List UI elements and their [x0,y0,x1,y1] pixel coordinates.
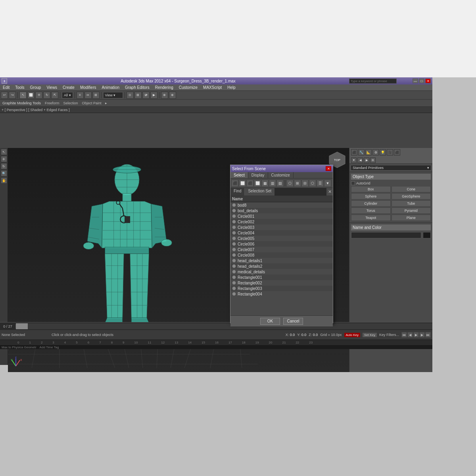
panel-btn4[interactable]: ⚙ [372,149,379,155]
lt-select[interactable]: ↖ [1,149,7,155]
search-clear-btn[interactable]: ✕ [326,188,333,196]
list-item[interactable]: Circle002 [230,219,333,225]
list-item[interactable]: medical_details [230,269,333,274]
obj-pyramid[interactable]: Pyramid [392,207,431,214]
panel-btn5[interactable]: 💡 [380,149,386,155]
list-item[interactable]: Circle001 [230,213,333,219]
list-item[interactable]: bod8 [230,202,333,208]
list-item[interactable]: Circle004 [230,230,333,236]
dialog-tab-customize[interactable]: Customize [268,172,294,178]
autokey-btn[interactable]: Auto Key [344,333,360,337]
list-item[interactable]: bod_details [230,208,333,213]
menu-modifiers[interactable]: Modifiers [79,85,98,90]
dialog-tab-display[interactable]: Display [248,172,268,178]
dt-btn13[interactable]: ▼ [324,180,331,187]
menu-customize[interactable]: Customize [178,85,199,90]
list-item[interactable]: Circle008 [230,252,333,258]
panel-btn10[interactable]: ▶ [364,157,369,163]
dt-btn9[interactable]: ⊞ [294,180,301,187]
dt-btn6[interactable]: ▥ [269,180,276,187]
list-item[interactable]: Rectangle003 [230,286,333,291]
dt-btn7[interactable]: ▤ [276,180,284,187]
dt-btn11[interactable]: ⬡ [309,180,316,187]
tb-move[interactable]: ✛ [35,92,42,99]
timeline-container[interactable]: 0 / 27 [0,322,432,330]
menu-rendering[interactable]: Rendering [154,85,175,90]
maximize-button[interactable]: □ [419,79,424,83]
lt-zoom[interactable]: 🔍 [1,170,7,177]
tb-layer[interactable]: ≡ [77,92,84,99]
prev-frame-btn[interactable]: ◀ [407,332,413,338]
play-start-btn[interactable]: ⏮ [401,332,407,338]
dt-btn3[interactable]: ⬛ [246,180,253,187]
tb-snap2[interactable]: ⊕ [169,92,176,99]
obj-cylinder[interactable]: Cylinder [351,200,391,207]
name-input[interactable] [351,232,421,238]
search-input[interactable] [349,79,397,84]
keyfilters[interactable]: Key Filters... [379,333,399,337]
minimize-button[interactable]: — [413,79,418,83]
obj-sphere[interactable]: Sphere [351,193,391,200]
obj-geosphere[interactable]: GeoSphere [392,193,431,200]
selection-tab[interactable]: Selection [61,101,79,105]
menu-help[interactable]: Help [226,85,237,90]
list-item[interactable]: Circle007 [230,247,333,252]
obj-cone[interactable]: Cone [392,186,431,192]
menu-maxscript[interactable]: MAXScript [202,85,223,90]
tb-align[interactable]: ⊞ [92,92,100,99]
menu-graph-editors[interactable]: Graph Editors [124,85,151,90]
obj-plane[interactable]: Plane [392,215,431,221]
menu-edit[interactable]: Edit [2,85,11,90]
ok-button[interactable]: OK [260,318,280,325]
lt-orbit[interactable]: ↻ [1,163,7,169]
timeline-track[interactable] [16,323,432,329]
list-item[interactable]: Circle003 [230,225,333,230]
tb-snap[interactable]: ⊕ [161,92,168,99]
tb-render[interactable]: ▶ [150,92,157,99]
object-paint-tab[interactable]: Object Paint [80,101,103,105]
obj-teapot[interactable]: Teapot [351,215,391,221]
dialog-tab-select[interactable]: Select [230,172,248,178]
play-end-btn[interactable]: ⏭ [425,332,431,338]
search-scene-input[interactable] [274,188,326,196]
menu-views[interactable]: Views [45,85,58,90]
list-item[interactable]: Rectangle001 [230,274,333,280]
graphite-tools-tab[interactable]: Graphite Modeling Tools [1,101,42,105]
list-item[interactable]: head_details1 [230,258,333,263]
list-item[interactable]: Circle005 [230,236,333,241]
menu-create[interactable]: Create [61,85,76,90]
panel-btn6[interactable]: 🎥 [387,149,393,155]
lt-pan[interactable]: ✋ [1,177,7,184]
list-item[interactable]: head_details2 [230,263,333,269]
panel-btn7[interactable]: ⬛ [394,149,400,155]
selset-tab[interactable]: Selection Set [245,188,274,196]
menu-animation[interactable]: Animation [100,85,120,90]
dt-btn5[interactable]: ▦ [261,180,269,187]
setkey-btn[interactable]: Set Key [363,333,377,337]
primitives-dropdown[interactable]: Standard Primitives ▾ [351,165,431,171]
dt-btn2[interactable]: ⬜ [239,180,246,187]
obj-torus[interactable]: Torus [351,207,391,214]
tb-rotate[interactable]: ↻ [43,92,50,99]
dt-btn1[interactable]: ⬛ [231,180,238,187]
dt-btn12[interactable]: ☰ [317,180,324,187]
tb-filter-dropdown[interactable]: All ▾ [62,92,73,98]
tb-select-region[interactable]: ⬜ [27,92,35,99]
cancel-button[interactable]: Cancel [283,318,303,325]
tb-mirror[interactable]: ⇔ [84,92,92,99]
panel-btn8[interactable]: ▼ [351,157,357,163]
select-from-scene-dialog[interactable]: Select From Scene ✕ Select Display Custo… [230,165,333,323]
graphite-extra[interactable]: ▸ [104,101,109,105]
tb-camera2[interactable]: ⊞ [134,92,142,99]
menu-group[interactable]: Group [29,85,42,90]
panel-btn1[interactable]: ⬛ [351,149,357,155]
obj-box[interactable]: Box [351,186,391,192]
tb-view-dropdown[interactable]: View ▾ [103,92,123,98]
tb-camera1[interactable]: ⊙ [127,92,134,99]
tb-undo[interactable]: ↩ [1,92,8,99]
panel-btn2[interactable]: 🔧 [358,149,365,155]
list-item[interactable]: Rectangle002 [230,280,333,286]
autogrid-checkbox[interactable] [351,181,355,185]
panel-btn9[interactable]: ◀ [357,157,363,163]
timeline-thumb[interactable] [16,323,28,329]
